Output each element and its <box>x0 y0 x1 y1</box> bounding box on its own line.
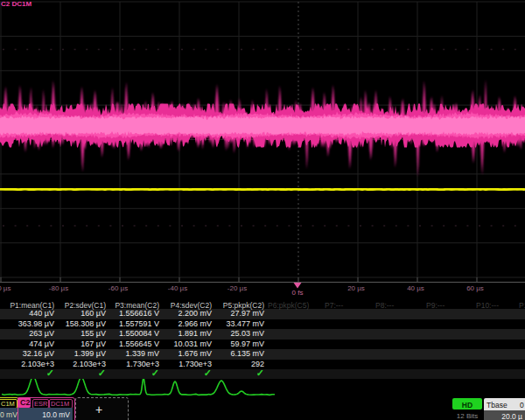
svg-text:-100 µs: -100 µs <box>0 284 10 292</box>
svg-text:0 fs: 0 fs <box>292 289 304 297</box>
svg-text:-60 µs: -60 µs <box>108 284 128 292</box>
svg-text:60 µs: 60 µs <box>466 284 484 292</box>
svg-text:-20 µs: -20 µs <box>228 284 247 292</box>
svg-text:-80 µs: -80 µs <box>49 284 68 292</box>
svg-text:20 µs: 20 µs <box>347 284 365 292</box>
svg-text:40 µs: 40 µs <box>407 284 424 292</box>
svg-text:-40 µs: -40 µs <box>168 284 187 292</box>
